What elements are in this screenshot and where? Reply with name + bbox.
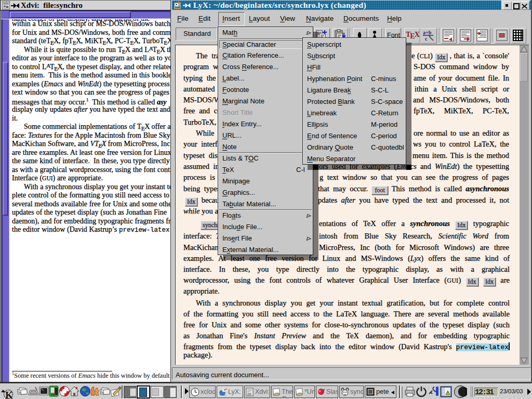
svg-text:c: c [425, 36, 428, 42]
svg-text:!: ! [447, 391, 448, 395]
svg-text:a+b: a+b [423, 30, 432, 35]
svg-text:K: K [5, 390, 13, 399]
